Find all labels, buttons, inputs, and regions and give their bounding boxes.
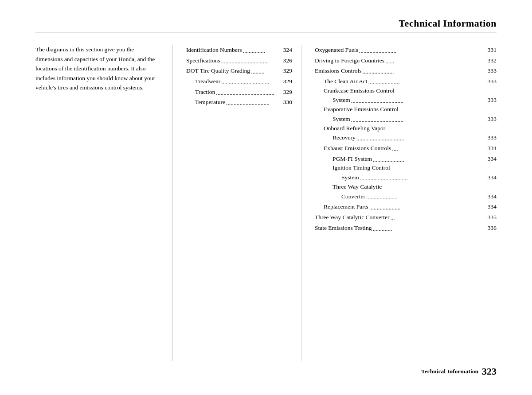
toc-label: Three Way Catalytic Converter <box>315 212 389 223</box>
toc-dots: ................................... <box>350 96 488 106</box>
toc-page: 333 <box>488 76 497 87</box>
list-item: Three Way Catalytic <box>315 183 497 191</box>
list-item: Exhaust Emissions Controls .... 334 <box>315 143 497 154</box>
toc-label: Oxygenated Fuels <box>315 45 358 55</box>
list-item: PGM-FI System ..................... 334 <box>315 154 497 164</box>
toc-label: Recovery <box>332 132 356 143</box>
toc-page: 329 <box>283 76 292 87</box>
footer-page: 323 <box>482 366 497 377</box>
list-item: Oxygenated Fuels .......................… <box>315 45 497 55</box>
toc-label: System <box>332 95 350 105</box>
list-item: Temperature ............................… <box>186 97 292 108</box>
toc-label: Three Way Catalytic <box>332 183 382 191</box>
toc-dots: .... <box>391 144 487 155</box>
list-item: System .................................… <box>315 114 497 124</box>
toc-label: Crankcase Emissions Control <box>324 87 395 95</box>
toc-page: 333 <box>488 95 497 105</box>
page: Technical Information The diagrams in th… <box>0 0 532 395</box>
toc-page: 333 <box>488 132 497 143</box>
toc-dots: ... <box>389 213 487 224</box>
list-item: Replacement Parts ..................... … <box>315 201 497 212</box>
toc-dots: ............................. <box>225 98 283 108</box>
toc-dots: ................................ <box>356 133 488 144</box>
toc-dots: ................................... <box>350 115 488 125</box>
toc-dots: ..................... <box>372 155 488 165</box>
toc-label: Temperature <box>195 97 225 108</box>
toc-label: Driving in Foreign Countries <box>315 55 384 66</box>
list-item: Treadwear ..............................… <box>186 76 292 87</box>
list-item: System ................................ … <box>315 172 497 183</box>
toc-label: System <box>341 172 359 183</box>
toc-dots: ......... <box>250 66 283 77</box>
list-item: Evaporative Emissions Control <box>315 105 497 114</box>
toc-page: 329 <box>283 66 292 76</box>
toc-label: System <box>332 114 350 124</box>
toc-label: Ignition Timing Control <box>332 164 390 172</box>
toc-label: Converter <box>341 191 365 202</box>
header-section: Technical Information <box>35 18 497 41</box>
toc-page: 333 <box>488 114 497 124</box>
toc-page: 332 <box>488 55 497 66</box>
toc-page: 334 <box>488 143 497 154</box>
list-item: Traction ...............................… <box>186 87 292 97</box>
toc-dots: ..................... <box>368 77 488 88</box>
list-item: Identification Numbers ............... 3… <box>186 45 292 55</box>
toc-page: 334 <box>488 191 497 202</box>
toc-label: Exhaust Emissions Controls <box>324 143 391 154</box>
toc-dots: ..................... <box>361 66 487 77</box>
toc-label: Specifications <box>186 55 220 66</box>
list-item: Specifications .........................… <box>186 55 292 66</box>
toc-page: 326 <box>283 55 292 66</box>
toc-label: Replacement Parts <box>324 201 368 212</box>
toc-dots: ............. <box>372 224 488 234</box>
list-item: Ignition Timing Control <box>315 164 497 172</box>
toc-label: Treadwear <box>195 76 220 87</box>
list-item: The Clean Air Act ..................... … <box>315 76 497 87</box>
toc-dots: ...... <box>384 56 488 67</box>
toc-label: Emissions Controls <box>315 66 361 76</box>
toc-page: 336 <box>488 223 497 233</box>
toc-page: 334 <box>488 172 497 183</box>
toc-dots: ..................... <box>365 192 488 203</box>
toc-page: 329 <box>283 87 292 97</box>
toc-label: The Clean Air Act <box>324 76 368 87</box>
toc-page: 324 <box>283 45 292 55</box>
left-column-text: The diagrams in this section give you th… <box>35 45 159 93</box>
toc-dots: ..................... <box>368 202 488 213</box>
content-area: The diagrams in this section give you th… <box>35 45 497 361</box>
toc-label: PGM-FI System <box>332 154 372 164</box>
toc-dots: ....................................... <box>215 88 283 98</box>
page-title: Technical Information <box>399 18 497 29</box>
list-item: Onboard Refueling Vapor <box>315 124 497 133</box>
toc-label: State Emissions Testing <box>315 223 372 233</box>
list-item: Driving in Foreign Countries ...... 332 <box>315 55 497 66</box>
left-column: The diagrams in this section give you th… <box>35 45 173 361</box>
right-column: Oxygenated Fuels .......................… <box>301 45 497 361</box>
list-item: Converter ..................... 334 <box>315 191 497 202</box>
list-item: Emissions Controls .....................… <box>315 66 497 76</box>
list-item: Recovery ...............................… <box>315 132 497 143</box>
toc-page: 334 <box>488 201 497 212</box>
toc-page: 333 <box>488 66 497 76</box>
footer-section: Technical Information 323 <box>35 361 497 377</box>
toc-page: 334 <box>488 154 497 164</box>
header-rule <box>35 32 497 32</box>
toc-label: Identification Numbers <box>186 45 242 55</box>
toc-dots: ................................ <box>220 56 283 67</box>
toc-label: DOT Tire Quality Grading <box>186 66 250 76</box>
toc-dots: ................................ <box>359 173 488 184</box>
toc-page: 335 <box>488 212 497 223</box>
toc-page: 331 <box>488 45 497 55</box>
toc-dots: ......................... <box>358 46 488 56</box>
toc-dots: ................................ <box>220 77 283 88</box>
list-item: DOT Tire Quality Grading ......... 329 <box>186 66 292 76</box>
list-item: System .................................… <box>315 95 497 105</box>
list-item: State Emissions Testing ............. 33… <box>315 223 497 233</box>
middle-column: Identification Numbers ............... 3… <box>173 45 301 361</box>
toc-label: Traction <box>195 87 215 97</box>
list-item: Three Way Catalytic Converter ... 335 <box>315 212 497 223</box>
list-item: Crankcase Emissions Control <box>315 87 497 95</box>
toc-label: Onboard Refueling Vapor <box>324 124 385 133</box>
footer-label: Technical Information <box>421 368 478 375</box>
toc-dots: ............... <box>242 46 283 56</box>
